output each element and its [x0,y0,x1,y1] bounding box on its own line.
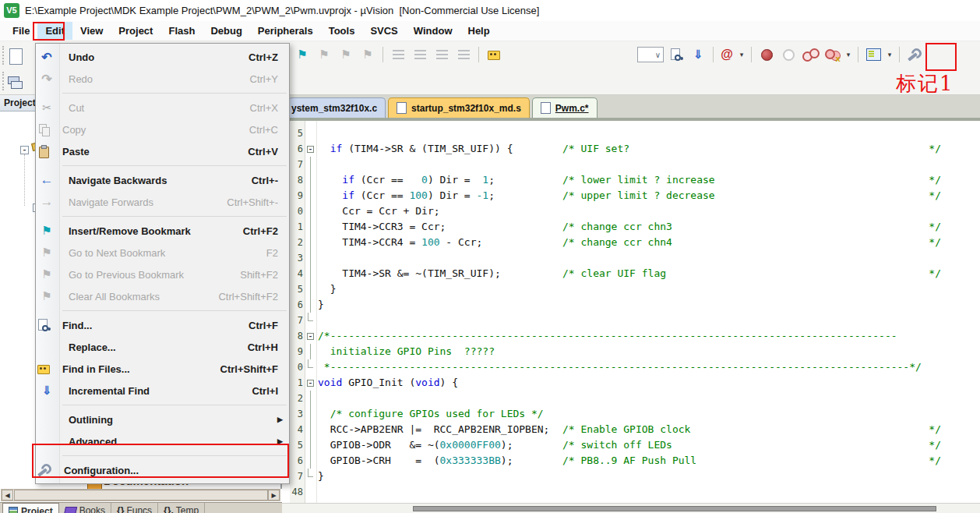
comment-selection-button[interactable] [432,44,451,65]
bottom-tab-funcs[interactable]: {}Funcs [111,503,158,513]
menu-window[interactable]: Window [406,22,460,40]
line-number: 3 [290,406,305,422]
indent-icon [414,50,426,59]
lookup-button[interactable] [719,44,735,65]
bottom-tab-temp[interactable]: {},Temp [158,503,205,513]
menu-flash[interactable]: Flash [160,22,203,40]
window-title: E:\Example Project\MDK Example Project\P… [25,5,539,16]
fold-bar-icon [305,391,316,406]
disable-all-breakpoints-button[interactable] [801,44,820,65]
line-number: 7 [290,469,305,484]
clear-all-bookmarks-menu-item[interactable]: Clear All BookmarksCtrl+Shift+F2 [36,285,289,307]
outlining-menu-item[interactable]: Outlining▶ [36,409,289,430]
unindent-button[interactable] [389,44,407,65]
code-text: *---------------------------------------… [318,359,922,375]
incremental-find-button[interactable] [689,44,707,65]
scroll-left-arrow[interactable]: ◀ [2,490,13,501]
fold-bar-icon [305,219,316,235]
editor-horizontal-scrollbar[interactable] [282,503,980,513]
scroll-right-arrow[interactable]: ▶ [268,490,280,501]
code-editor[interactable]: 56 if (TIM4->SR & (TIM_SR_UIF)) {/* UIF … [282,121,980,503]
menu-item-label: Incremental Find [58,385,252,397]
fold-bar-icon [305,422,316,437]
code-line: 8 if (Ccr == 0) Dir = 1;/* lower limit ?… [290,172,980,188]
menu-item-shortcut: Ctrl+I [252,385,289,397]
code-text: GPIOB->CRH = (0x333333BB); [318,453,513,469]
menu-debug[interactable]: Debug [203,22,249,40]
kill-all-breakpoints-button[interactable] [823,44,841,65]
goto-previous-bookmark-menu-item[interactable]: Go to Previous BookmarkShift+F2 [36,264,289,285]
insert-remove-bookmark-button[interactable] [293,44,312,65]
tree-connector [24,154,25,206]
menu-item-label: Outlining [58,414,277,426]
find-in-files-button[interactable] [485,44,503,65]
project-horizontal-scrollbar[interactable]: ◀ ▶ [1,489,280,501]
fold-bar-icon [305,281,316,297]
file-icon [397,102,407,114]
inline-comment: /* clear UIF flag*/ [562,266,941,281]
translate-button[interactable] [5,72,24,92]
tab-startup-stm32f10x-md-s[interactable]: startup_stm32f10x_md.s [388,97,530,118]
goto-next-bookmark-menu-item[interactable]: Go to Next BookmarkF2 [36,242,289,264]
copy-menu-item[interactable]: CopyCtrl+C [36,119,289,140]
menu-view[interactable]: View [72,22,111,40]
find-button[interactable] [667,44,686,65]
menu-svcs[interactable]: SVCS [362,22,405,40]
menu-project[interactable]: Project [111,22,160,40]
menu-peripherals[interactable]: Peripherals [250,22,321,40]
find-menu-item[interactable]: Find...Ctrl+F [36,314,289,336]
tab-system-stm32f10x-c[interactable]: ystem_stm32f10x.c [288,97,386,118]
menu-bar: FileEditViewProjectFlashDebugPeripherals… [0,21,980,41]
menu-item-shortcut: Ctrl+F2 [243,225,289,237]
annotation-mark-label: 标记1 [896,70,954,97]
windows-button[interactable] [864,44,883,65]
fold-bar-icon [305,437,316,453]
comment-icon [436,50,448,59]
new-file-icon [9,48,23,65]
clear-bookmarks-button[interactable] [358,44,377,65]
lookup-dropdown[interactable] [738,51,746,58]
scrollbar-thumb[interactable] [14,490,268,501]
tree-collapse-icon[interactable]: - [20,146,29,154]
flagg-icon [36,264,58,285]
menu-help[interactable]: Help [460,22,498,40]
uncomment-selection-button[interactable] [454,44,473,65]
toolbar-grip [2,46,5,65]
fold-bar-icon [305,203,316,219]
line-number: 5 [290,281,305,297]
incremental-find-menu-item[interactable]: Incremental FindCtrl+I [36,380,289,402]
line-number: 1 [290,375,305,391]
menu-item-label: Copy [51,124,249,136]
menu-item-shortcut: F2 [266,247,289,259]
search-combo[interactable] [637,47,664,62]
bottom-tab-books[interactable]: Books [59,503,111,513]
paste-menu-item[interactable]: PasteCtrl+V [36,140,289,162]
code-line: 2 [290,391,980,406]
next-bookmark-button[interactable] [315,44,333,65]
braces-icon: {}, [164,505,174,513]
insert-remove-bookmark-menu-item[interactable]: Insert/Remove BookmarkCtrl+F2 [36,220,289,242]
toggle-breakpoint-button[interactable] [757,44,776,65]
breakpoints-dropdown[interactable] [844,51,852,58]
fif-icon [36,362,51,376]
disable-breakpoint-button[interactable] [779,44,798,65]
tab-pwm-c[interactable]: Pwm.c* [532,97,598,118]
cut-menu-item[interactable]: CutCtrl+X [36,97,289,119]
scrollbar-thumb[interactable] [413,506,936,511]
undo-menu-item[interactable]: UndoCtrl+Z [36,46,289,68]
navigate-backwards-menu-item[interactable]: Navigate BackwardsCtrl+- [36,169,289,191]
bottom-tab-project[interactable]: Project [2,503,59,513]
replace-menu-item[interactable]: Replace...Ctrl+H [36,336,289,358]
wrench-icon [906,47,923,62]
toolbar-separator [899,47,900,62]
indent-button[interactable] [411,44,429,65]
previous-bookmark-button[interactable] [337,44,355,65]
configuration-button[interactable] [905,44,924,65]
windows-dropdown[interactable] [886,51,894,58]
navigate-forwards-menu-item[interactable]: Navigate ForwardsCtrl+Shift+- [36,191,289,213]
toolbar-separator [382,47,383,62]
new-file-button[interactable] [6,46,25,66]
find-in-files-menu-item[interactable]: Find in Files...Ctrl+Shift+F [36,358,289,380]
redo-menu-item[interactable]: RedoCtrl+Y [36,68,289,90]
menu-tools[interactable]: Tools [321,22,363,40]
